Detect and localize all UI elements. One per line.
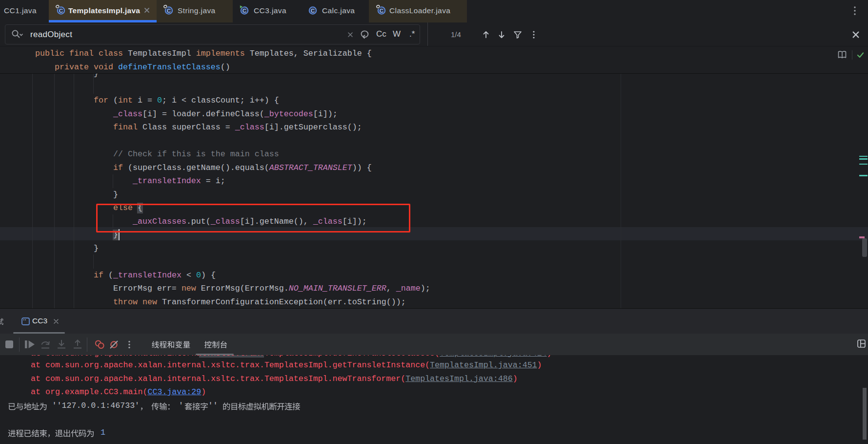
svg-text:C: C: [311, 8, 315, 14]
svg-text:C: C: [380, 8, 384, 14]
svg-text:C: C: [242, 8, 246, 14]
svg-text:C: C: [167, 8, 171, 14]
svg-text:C: C: [59, 8, 63, 14]
